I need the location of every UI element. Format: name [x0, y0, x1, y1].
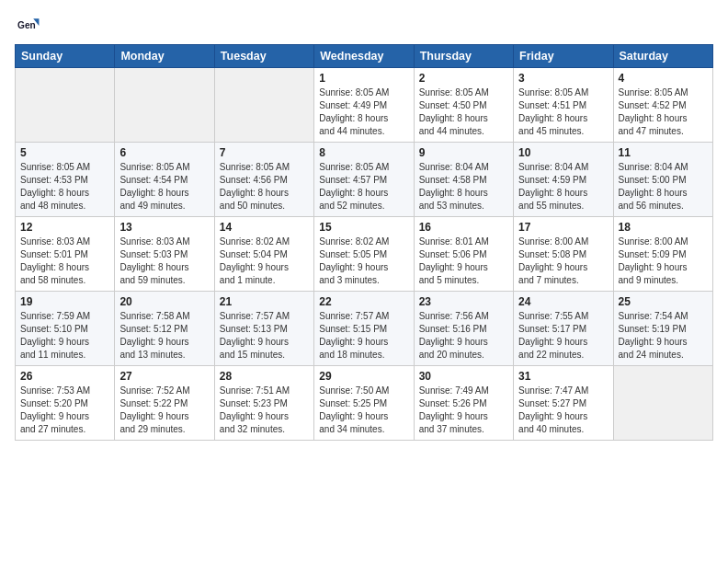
day-info: Sunrise: 8:05 AM Sunset: 4:52 PM Dayligh… — [619, 86, 708, 138]
calendar-cell: 15Sunrise: 8:02 AM Sunset: 5:05 PM Dayli… — [314, 217, 414, 292]
day-number: 15 — [319, 221, 408, 234]
day-info: Sunrise: 7:55 AM Sunset: 5:17 PM Dayligh… — [518, 310, 608, 362]
day-info: Sunrise: 8:03 AM Sunset: 5:03 PM Dayligh… — [119, 236, 209, 287]
day-info: Sunrise: 8:05 AM Sunset: 4:56 PM Dayligh… — [220, 161, 309, 213]
calendar-table: SundayMondayTuesdayWednesdayThursdayFrid… — [15, 44, 713, 441]
day-number: 31 — [518, 370, 608, 383]
calendar-cell: 20Sunrise: 7:58 AM Sunset: 5:12 PM Dayli… — [115, 292, 214, 366]
day-info: Sunrise: 7:59 AM Sunset: 5:10 PM Dayligh… — [20, 310, 109, 362]
calendar-cell: 28Sunrise: 7:51 AM Sunset: 5:23 PM Dayli… — [214, 366, 313, 441]
day-info: Sunrise: 7:56 AM Sunset: 5:16 PM Dayligh… — [419, 310, 508, 362]
header: Gen — [15, 9, 713, 39]
day-number: 13 — [119, 221, 209, 234]
calendar-week-row: 1Sunrise: 8:05 AM Sunset: 4:49 PM Daylig… — [16, 68, 713, 143]
day-info: Sunrise: 8:05 AM Sunset: 4:51 PM Dayligh… — [518, 86, 608, 138]
calendar-cell — [16, 68, 115, 143]
day-of-week-header: Monday — [115, 45, 214, 68]
calendar-cell: 21Sunrise: 7:57 AM Sunset: 5:13 PM Dayli… — [214, 292, 313, 366]
calendar-cell: 6Sunrise: 8:05 AM Sunset: 4:54 PM Daylig… — [115, 143, 214, 217]
day-number: 5 — [20, 146, 109, 159]
day-info: Sunrise: 8:05 AM Sunset: 4:50 PM Dayligh… — [419, 86, 508, 138]
day-number: 21 — [220, 295, 309, 308]
day-number: 24 — [518, 295, 608, 308]
day-number: 29 — [319, 370, 408, 383]
calendar-cell: 11Sunrise: 8:04 AM Sunset: 5:00 PM Dayli… — [613, 143, 712, 217]
calendar-cell: 18Sunrise: 8:00 AM Sunset: 5:09 PM Dayli… — [613, 217, 712, 292]
calendar-cell: 19Sunrise: 7:59 AM Sunset: 5:10 PM Dayli… — [16, 292, 115, 366]
page: Gen SundayMondayTuesdayWednesdayThursday… — [0, 0, 728, 563]
day-info: Sunrise: 7:57 AM Sunset: 5:15 PM Dayligh… — [319, 310, 408, 362]
calendar-cell: 26Sunrise: 7:53 AM Sunset: 5:20 PM Dayli… — [16, 366, 115, 441]
day-number: 11 — [619, 146, 708, 159]
day-number: 1 — [319, 72, 408, 85]
calendar-cell: 7Sunrise: 8:05 AM Sunset: 4:56 PM Daylig… — [214, 143, 313, 217]
day-info: Sunrise: 7:57 AM Sunset: 5:13 PM Dayligh… — [220, 310, 309, 362]
day-info: Sunrise: 8:05 AM Sunset: 4:57 PM Dayligh… — [319, 161, 408, 213]
calendar-week-row: 12Sunrise: 8:03 AM Sunset: 5:01 PM Dayli… — [16, 217, 713, 292]
day-number: 27 — [119, 370, 209, 383]
day-info: Sunrise: 8:00 AM Sunset: 5:08 PM Dayligh… — [518, 236, 608, 287]
calendar-cell: 31Sunrise: 7:47 AM Sunset: 5:27 PM Dayli… — [514, 366, 613, 441]
calendar-cell: 1Sunrise: 8:05 AM Sunset: 4:49 PM Daylig… — [314, 68, 414, 143]
day-info: Sunrise: 7:54 AM Sunset: 5:19 PM Dayligh… — [619, 310, 708, 362]
calendar-cell: 25Sunrise: 7:54 AM Sunset: 5:19 PM Dayli… — [613, 292, 712, 366]
calendar-cell: 24Sunrise: 7:55 AM Sunset: 5:17 PM Dayli… — [514, 292, 613, 366]
day-of-week-header: Friday — [514, 45, 613, 68]
day-number: 14 — [220, 221, 309, 234]
day-number: 10 — [518, 146, 608, 159]
calendar-week-row: 26Sunrise: 7:53 AM Sunset: 5:20 PM Dayli… — [16, 366, 713, 441]
calendar-week-row: 19Sunrise: 7:59 AM Sunset: 5:10 PM Dayli… — [16, 292, 713, 366]
calendar-cell: 2Sunrise: 8:05 AM Sunset: 4:50 PM Daylig… — [414, 68, 513, 143]
calendar-cell — [214, 68, 313, 143]
day-of-week-header: Sunday — [16, 45, 115, 68]
day-info: Sunrise: 8:04 AM Sunset: 4:58 PM Dayligh… — [419, 161, 508, 213]
calendar-cell — [115, 68, 214, 143]
calendar-week-row: 5Sunrise: 8:05 AM Sunset: 4:53 PM Daylig… — [16, 143, 713, 217]
day-info: Sunrise: 8:02 AM Sunset: 5:05 PM Dayligh… — [319, 236, 408, 287]
day-number: 9 — [419, 146, 508, 159]
day-info: Sunrise: 8:00 AM Sunset: 5:09 PM Dayligh… — [619, 236, 708, 287]
day-number: 22 — [319, 295, 408, 308]
calendar-cell: 5Sunrise: 8:05 AM Sunset: 4:53 PM Daylig… — [16, 143, 115, 217]
day-number: 17 — [518, 221, 608, 234]
day-number: 28 — [220, 370, 309, 383]
calendar-cell: 29Sunrise: 7:50 AM Sunset: 5:25 PM Dayli… — [314, 366, 414, 441]
calendar-cell: 12Sunrise: 8:03 AM Sunset: 5:01 PM Dayli… — [16, 217, 115, 292]
day-number: 25 — [619, 295, 708, 308]
calendar-cell: 4Sunrise: 8:05 AM Sunset: 4:52 PM Daylig… — [613, 68, 712, 143]
calendar-cell: 17Sunrise: 8:00 AM Sunset: 5:08 PM Dayli… — [514, 217, 613, 292]
day-number: 18 — [619, 221, 708, 234]
calendar-cell: 16Sunrise: 8:01 AM Sunset: 5:06 PM Dayli… — [414, 217, 513, 292]
calendar-cell: 14Sunrise: 8:02 AM Sunset: 5:04 PM Dayli… — [214, 217, 313, 292]
day-info: Sunrise: 8:05 AM Sunset: 4:54 PM Dayligh… — [119, 161, 209, 213]
svg-text:Gen: Gen — [17, 20, 36, 30]
day-number: 23 — [419, 295, 508, 308]
day-of-week-header: Tuesday — [214, 45, 313, 68]
day-info: Sunrise: 7:53 AM Sunset: 5:20 PM Dayligh… — [20, 385, 109, 436]
day-number: 16 — [419, 221, 508, 234]
calendar-cell: 3Sunrise: 8:05 AM Sunset: 4:51 PM Daylig… — [514, 68, 613, 143]
day-of-week-header: Saturday — [613, 45, 712, 68]
day-info: Sunrise: 8:03 AM Sunset: 5:01 PM Dayligh… — [20, 236, 109, 287]
day-number: 8 — [319, 146, 408, 159]
day-info: Sunrise: 8:01 AM Sunset: 5:06 PM Dayligh… — [419, 236, 508, 287]
calendar-cell: 22Sunrise: 7:57 AM Sunset: 5:15 PM Dayli… — [314, 292, 414, 366]
day-info: Sunrise: 7:47 AM Sunset: 5:27 PM Dayligh… — [518, 385, 608, 436]
day-number: 26 — [20, 370, 109, 383]
day-number: 7 — [220, 146, 309, 159]
day-info: Sunrise: 7:49 AM Sunset: 5:26 PM Dayligh… — [419, 385, 508, 436]
day-number: 20 — [119, 295, 209, 308]
day-info: Sunrise: 7:51 AM Sunset: 5:23 PM Dayligh… — [220, 385, 309, 436]
day-info: Sunrise: 7:52 AM Sunset: 5:22 PM Dayligh… — [119, 385, 209, 436]
day-number: 30 — [419, 370, 508, 383]
day-info: Sunrise: 7:58 AM Sunset: 5:12 PM Dayligh… — [119, 310, 209, 362]
logo: Gen — [15, 13, 42, 39]
day-info: Sunrise: 8:04 AM Sunset: 5:00 PM Dayligh… — [619, 161, 708, 213]
day-number: 6 — [119, 146, 209, 159]
calendar-cell: 9Sunrise: 8:04 AM Sunset: 4:58 PM Daylig… — [414, 143, 513, 217]
day-number: 2 — [419, 72, 508, 85]
calendar-cell — [613, 366, 712, 441]
calendar-cell: 8Sunrise: 8:05 AM Sunset: 4:57 PM Daylig… — [314, 143, 414, 217]
day-number: 3 — [518, 72, 608, 85]
calendar-cell: 27Sunrise: 7:52 AM Sunset: 5:22 PM Dayli… — [115, 366, 214, 441]
